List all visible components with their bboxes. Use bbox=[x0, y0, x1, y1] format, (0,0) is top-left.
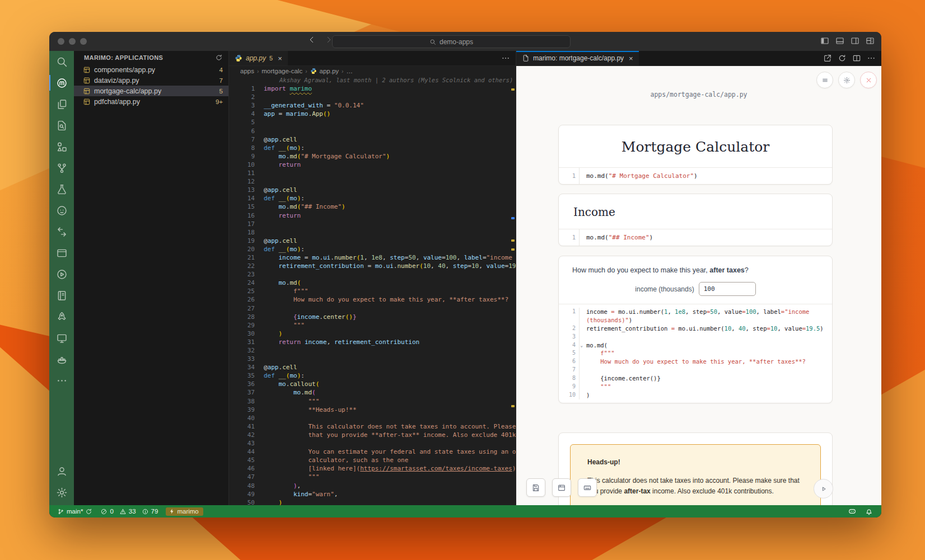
editor-actions-more-icon[interactable] bbox=[501, 54, 510, 63]
code-line: 33 bbox=[229, 355, 516, 363]
activity-item-notebook[interactable] bbox=[49, 285, 74, 306]
marimo-status-item[interactable]: marimo bbox=[166, 507, 203, 516]
open-app-button[interactable] bbox=[552, 478, 571, 497]
keyboard-shortcuts-button[interactable] bbox=[578, 478, 597, 497]
preview-panel-group: marimo: mortgage-calc/app.py × apps/mort… bbox=[516, 51, 881, 505]
activity-item-search[interactable] bbox=[49, 51, 74, 72]
copilot-icon[interactable] bbox=[848, 507, 857, 516]
activity-item-gear[interactable] bbox=[49, 482, 74, 503]
activity-item-github[interactable] bbox=[49, 200, 74, 221]
code-line: 41 This calculator does not take taxes i… bbox=[229, 422, 516, 431]
code-line: 9 mo.md("# Mortgage Calculator") bbox=[229, 152, 516, 161]
activity-item-shapes[interactable] bbox=[49, 136, 74, 157]
activity-item-marimo[interactable] bbox=[49, 72, 74, 93]
activity-item-file-search[interactable] bbox=[49, 115, 74, 136]
tab-marimo-preview[interactable]: marimo: mortgage-calc/app.py × bbox=[516, 51, 639, 65]
diff-icon bbox=[56, 226, 68, 238]
marimo-shutdown-button[interactable] bbox=[860, 72, 877, 88]
cell-title: Mortgage Calculator 1 mo.md("# Mortgage … bbox=[558, 125, 833, 185]
notifications-bell-icon[interactable] bbox=[865, 507, 873, 516]
activity-item-diff[interactable] bbox=[49, 221, 74, 242]
activity-item-play-circle[interactable] bbox=[49, 263, 74, 285]
split-editor-icon[interactable] bbox=[852, 54, 861, 63]
refresh-icon[interactable] bbox=[215, 54, 223, 62]
sidebar-item-components/app.py[interactable]: components/app.py4 bbox=[74, 64, 228, 75]
breadcrumb-item[interactable]: … bbox=[346, 68, 353, 74]
sidebar-item-dataviz/app.py[interactable]: dataviz/app.py7 bbox=[74, 75, 228, 86]
play-circle-icon bbox=[56, 269, 68, 280]
income-input[interactable] bbox=[699, 282, 756, 296]
customize-layout-icon[interactable] bbox=[866, 36, 875, 45]
code-line: 45 calculator, such as the one bbox=[229, 456, 516, 464]
code-line: 15 mo.md("## Income") bbox=[229, 203, 516, 211]
toggle-panel-icon[interactable] bbox=[835, 36, 844, 45]
zoom-window-button[interactable] bbox=[80, 38, 87, 45]
window-icon bbox=[557, 483, 566, 492]
minimize-window-button[interactable] bbox=[69, 38, 76, 45]
cell-code-block[interactable]: 1income = mo.ui.number(1, 1e8, step=50, … bbox=[559, 304, 832, 403]
code-line: 35def __(mo): bbox=[229, 371, 516, 380]
code-line: 38 """ bbox=[229, 397, 516, 406]
command-center-search[interactable]: demo-apps bbox=[332, 35, 571, 48]
cell-line-number: 1 bbox=[559, 229, 580, 246]
marimo-settings-button[interactable] bbox=[838, 72, 855, 88]
forward-icon[interactable] bbox=[325, 36, 333, 44]
sidebar-item-pdfchat/app.py[interactable]: pdfchat/app.py9+ bbox=[74, 96, 228, 107]
run-button[interactable] bbox=[814, 479, 833, 498]
question-text: How much do you expect to make this year… bbox=[559, 256, 832, 276]
activity-item-files[interactable] bbox=[49, 93, 74, 115]
cell-code[interactable]: mo.md("## Income") bbox=[580, 229, 653, 246]
breadcrumb-item[interactable]: apps bbox=[240, 68, 254, 74]
app-title: Mortgage Calculator bbox=[559, 125, 832, 167]
cell-code[interactable]: mo.md("# Mortgage Calculator") bbox=[580, 168, 698, 184]
marimo-menu-button[interactable] bbox=[816, 72, 833, 88]
code-line: 7@app.cell bbox=[229, 135, 516, 144]
cell-code-line: 10) bbox=[559, 391, 832, 399]
app-filename: apps/mortgage-calc/app.py bbox=[516, 91, 881, 98]
code-line: 44 You can estimate your federal and sta… bbox=[229, 448, 516, 456]
activity-item-devices[interactable] bbox=[49, 327, 74, 349]
code-line: 20def __(mo): bbox=[229, 245, 516, 253]
sidebar-title: MARIMO: APPLICATIONS bbox=[84, 54, 163, 61]
close-window-button[interactable] bbox=[58, 38, 64, 45]
activity-item-window[interactable] bbox=[49, 242, 74, 263]
more-actions-icon[interactable] bbox=[867, 54, 876, 63]
sidebar-item-mortgage-calc/app.py[interactable]: mortgage-calc/app.py5 bbox=[74, 86, 228, 96]
breadcrumb-item[interactable]: mortgage-calc bbox=[261, 68, 302, 74]
overview-ruler-warning bbox=[511, 405, 515, 407]
git-branch-item[interactable]: main* bbox=[57, 508, 92, 515]
activity-item-git-fork[interactable] bbox=[49, 157, 74, 178]
warnings-icon bbox=[119, 508, 127, 515]
toggle-secondary-sidebar-icon[interactable] bbox=[851, 36, 859, 45]
save-button[interactable] bbox=[526, 478, 545, 497]
code-line: 39 **Heads-up!** bbox=[229, 406, 516, 414]
activity-item-account[interactable] bbox=[49, 460, 74, 482]
activity-item-beaker[interactable] bbox=[49, 178, 74, 200]
breadcrumb-item[interactable]: app.py bbox=[320, 68, 339, 74]
account-icon bbox=[56, 465, 68, 477]
python-icon bbox=[235, 54, 242, 62]
activity-item-rocket[interactable] bbox=[49, 306, 74, 327]
problems-item[interactable]: 0 33 79 bbox=[100, 508, 158, 515]
back-icon[interactable] bbox=[308, 36, 316, 44]
close-icon bbox=[865, 77, 872, 84]
code-line: 30 ) bbox=[229, 330, 516, 338]
code-editor[interactable]: Akshay Agrawal, last month | 2 authors (… bbox=[229, 76, 516, 505]
reload-preview-icon[interactable] bbox=[838, 54, 847, 63]
activity-item-docker[interactable] bbox=[49, 349, 74, 370]
close-tab-icon[interactable]: × bbox=[278, 54, 282, 63]
toggle-primary-sidebar-icon[interactable] bbox=[820, 36, 829, 45]
code-line: 14def __(mo): bbox=[229, 194, 516, 203]
tab-app-py[interactable]: app.py 5 × bbox=[229, 51, 288, 65]
github-icon bbox=[56, 205, 68, 217]
cell-interactive: How much do you expect to make this year… bbox=[558, 256, 833, 403]
vscode-window: demo-apps MARIMO: APPLICATIONS component… bbox=[49, 32, 881, 517]
open-in-browser-icon[interactable] bbox=[823, 54, 832, 63]
tab-label: app.py bbox=[246, 54, 266, 62]
code-line: 23 bbox=[229, 270, 516, 279]
close-tab-icon[interactable]: × bbox=[629, 54, 633, 63]
cell-count-badge: 4 bbox=[219, 67, 223, 73]
activity-item-ellipsis[interactable] bbox=[49, 370, 74, 391]
cell-code-line: 7 bbox=[559, 366, 832, 374]
code-line: 21 income = mo.ui.number(1, 1e8, step=50… bbox=[229, 253, 516, 262]
